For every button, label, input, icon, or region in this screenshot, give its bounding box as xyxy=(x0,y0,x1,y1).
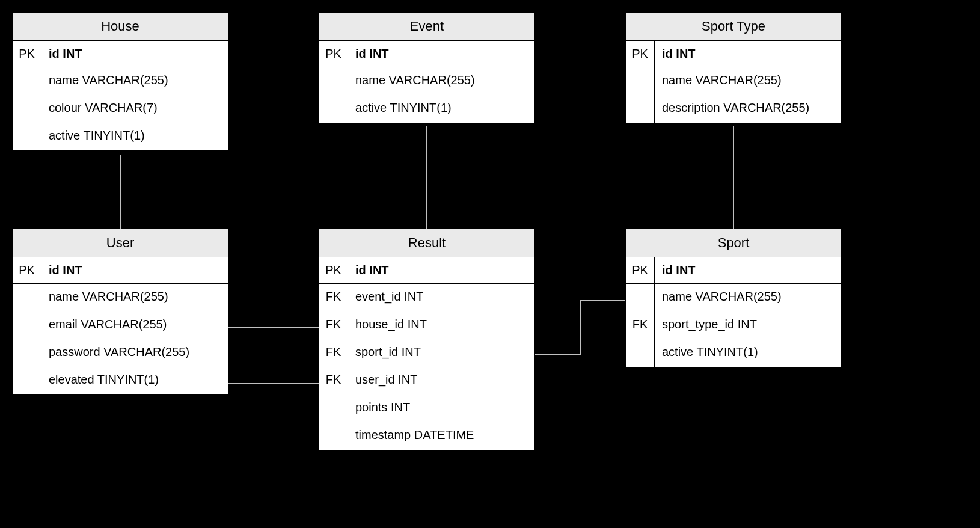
fields-body: FKFKFKFKevent_id INThouse_id INTsport_id… xyxy=(319,284,534,450)
relationship-line xyxy=(535,301,625,355)
fields-body: name VARCHAR(255)description VARCHAR(255… xyxy=(626,67,841,123)
field-cell: id INT xyxy=(41,257,228,284)
fields-body: name VARCHAR(255)email VARCHAR(255)passw… xyxy=(13,284,228,394)
key-cell: PK xyxy=(319,41,348,67)
key-cell: PK xyxy=(626,41,655,67)
field-cell: active TINYINT(1) xyxy=(41,123,228,150)
key-cell xyxy=(319,394,348,422)
field-cell: active TINYINT(1) xyxy=(655,339,841,367)
key-cell: PK xyxy=(319,257,348,284)
field-cell: user_id INT xyxy=(348,367,534,394)
field-cell: id INT xyxy=(655,257,841,284)
pk-row: PKid INT xyxy=(13,41,228,67)
entity-event: EventPKid INTname VARCHAR(255)active TIN… xyxy=(319,12,535,123)
field-cell: description VARCHAR(255) xyxy=(655,95,841,123)
field-cell: active TINYINT(1) xyxy=(348,95,534,123)
key-cell: FK xyxy=(319,367,348,394)
key-cell: FK xyxy=(319,339,348,367)
field-cell: colour VARCHAR(7) xyxy=(41,95,228,123)
entity-result: ResultPKid INTFKFKFKFKevent_id INThouse_… xyxy=(319,229,535,450)
field-cell: name VARCHAR(255) xyxy=(41,284,228,312)
key-cell xyxy=(319,67,348,95)
field-cell: id INT xyxy=(348,41,534,67)
key-cell xyxy=(319,95,348,123)
key-cell: PK xyxy=(626,257,655,284)
pk-row: PKid INT xyxy=(13,257,228,284)
field-cell: sport_id INT xyxy=(348,339,534,367)
key-cell xyxy=(626,67,654,95)
key-cell xyxy=(13,339,41,367)
key-cell xyxy=(13,67,41,95)
key-cell: FK xyxy=(626,312,654,339)
fields-body: FKname VARCHAR(255)sport_type_id INTacti… xyxy=(626,284,841,367)
field-cell: name VARCHAR(255) xyxy=(655,284,841,312)
pk-row: PKid INT xyxy=(626,257,841,284)
entity-title: Event xyxy=(319,13,534,41)
key-cell xyxy=(626,339,654,367)
key-cell: PK xyxy=(13,41,41,67)
entity-sport_type: Sport TypePKid INTname VARCHAR(255)descr… xyxy=(625,12,842,123)
key-cell xyxy=(13,367,41,394)
field-cell: password VARCHAR(255) xyxy=(41,339,228,367)
entity-title: House xyxy=(13,13,228,41)
entity-house: HousePKid INTname VARCHAR(255)colour VAR… xyxy=(12,12,228,151)
field-cell: event_id INT xyxy=(348,284,534,312)
pk-row: PKid INT xyxy=(319,41,534,67)
pk-row: PKid INT xyxy=(319,257,534,284)
entity-user: UserPKid INTname VARCHAR(255)email VARCH… xyxy=(12,229,228,395)
key-cell xyxy=(319,422,348,450)
field-cell: id INT xyxy=(348,257,534,284)
fields-body: name VARCHAR(255)colour VARCHAR(7)active… xyxy=(13,67,228,150)
field-cell: name VARCHAR(255) xyxy=(348,67,534,95)
key-cell xyxy=(13,312,41,339)
key-cell: FK xyxy=(319,284,348,312)
key-cell: PK xyxy=(13,257,41,284)
field-cell: email VARCHAR(255) xyxy=(41,312,228,339)
pk-row: PKid INT xyxy=(626,41,841,67)
field-cell: house_id INT xyxy=(348,312,534,339)
field-cell: name VARCHAR(255) xyxy=(41,67,228,95)
field-cell: timestamp DATETIME xyxy=(348,422,534,450)
field-cell: sport_type_id INT xyxy=(655,312,841,339)
key-cell xyxy=(626,95,654,123)
entity-sport: SportPKid INTFKname VARCHAR(255)sport_ty… xyxy=(625,229,842,367)
entity-title: Sport xyxy=(626,229,841,257)
fields-body: name VARCHAR(255)active TINYINT(1) xyxy=(319,67,534,123)
entity-title: Result xyxy=(319,229,534,257)
key-cell xyxy=(13,123,41,150)
field-cell: elevated TINYINT(1) xyxy=(41,367,228,394)
key-cell: FK xyxy=(319,312,348,339)
key-cell xyxy=(13,284,41,312)
field-cell: id INT xyxy=(655,41,841,67)
field-cell: id INT xyxy=(41,41,228,67)
entity-title: User xyxy=(13,229,228,257)
entity-title: Sport Type xyxy=(626,13,841,41)
key-cell xyxy=(13,95,41,123)
field-cell: name VARCHAR(255) xyxy=(655,67,841,95)
field-cell: points INT xyxy=(348,394,534,422)
key-cell xyxy=(626,284,654,312)
